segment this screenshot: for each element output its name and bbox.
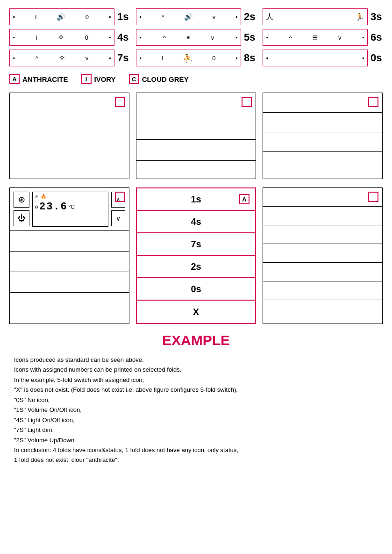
caret-up-5s: ^: [163, 34, 166, 41]
caret-up-2s: ^: [162, 14, 164, 21]
right-line-4: [263, 244, 382, 263]
icon-row-3s: 人 🏃 3s: [263, 8, 383, 25]
icon-grid: · I 🔊 0 · 1s · ^ 🔊 v · 2s 人 🏃 3s · I ✧: [9, 8, 383, 66]
list-label-x: X: [193, 307, 199, 317]
icon-box-8s: · I ⛹ 0 ·: [136, 50, 241, 66]
dot-right-4s: ·: [108, 33, 111, 42]
bottom-panels-row: ⊛ ⏻ ⚠ 🔥 ⚙ 23.6 °C ∧: [9, 187, 383, 324]
label-2s: 2s: [244, 11, 256, 23]
label-3s: 3s: [371, 11, 383, 23]
list-item-0s: 0s: [137, 278, 255, 301]
list-label-2s: 2s: [191, 261, 201, 272]
dot-left-6s: ·: [266, 33, 269, 42]
color-label-anthracite: A ANTHRACITE: [9, 74, 68, 84]
desc-line-1: Icons produced as standard can be seen a…: [14, 355, 378, 365]
thermostat-section: ⊛ ⏻ ⚠ 🔥 ⚙ 23.6 °C ∧: [10, 188, 129, 231]
desc-line-4: "X" is does not exist. (Fold does not ex…: [14, 385, 378, 395]
right-line-1: [263, 188, 382, 207]
dot-left-7s: ·: [13, 53, 15, 63]
label-4s: 4s: [117, 31, 129, 43]
desc-line-7: "4S" Light On/Off icon,: [14, 415, 378, 425]
flame-icon: 🔥: [41, 194, 46, 199]
ivory-text: IVORY: [94, 75, 116, 83]
list-label-1s: 1s: [191, 194, 201, 205]
panel-top-1-corner: [115, 97, 125, 107]
list-label-0s: 0s: [191, 284, 201, 295]
dot-right-5s: ·: [235, 33, 238, 42]
desc-line-5: "0S" No icon,: [14, 395, 378, 405]
list-badge-1s: A: [239, 194, 249, 204]
list-item-1s: 1s A: [137, 188, 255, 211]
icon-box-0s: · ·: [263, 50, 368, 66]
panel-thermostat: ⊛ ⏻ ⚠ 🔥 ⚙ 23.6 °C ∧: [9, 187, 129, 324]
right-line-6: [263, 281, 382, 300]
thermo-line4: [10, 293, 129, 313]
fan-button[interactable]: ⊛: [14, 192, 29, 208]
desc-line-11: 1 fold does not exist, clour "anthracite…: [14, 455, 378, 465]
thermo-buttons-left: ⊛ ⏻: [14, 192, 29, 227]
letter-i-4s: I: [36, 34, 37, 41]
zero-1s: 0: [86, 14, 89, 21]
thermo-temp-display: 23.6: [39, 201, 68, 213]
example-heading: EXAMPLE: [9, 332, 383, 348]
list-item-2s: 2s: [137, 256, 255, 278]
down-chevron-icon: ∨: [116, 215, 121, 222]
icon-box-4s: · I ✧ 0 ·: [9, 29, 114, 46]
dot-right-7s: ·: [108, 53, 111, 63]
cloudgrey-text: CLOUD GREY: [142, 75, 189, 83]
lines-icon-6s: ≡: [312, 32, 318, 43]
thermo-line3: [10, 272, 129, 293]
list-item-x: X: [137, 301, 255, 323]
caret-up-7s: ^: [36, 55, 38, 62]
anthracite-text: ANTHRACITE: [22, 75, 68, 83]
thermo-line1: [10, 231, 129, 252]
label-0s: 0s: [371, 52, 383, 64]
alert-icon: ⚠: [35, 194, 39, 199]
color-label-ivory: I IVORY: [81, 74, 116, 84]
degree-symbol: °C: [69, 204, 75, 210]
right-line-3: [263, 225, 382, 244]
desc-line-6: "1S" Volume On/Off icon,: [14, 405, 378, 415]
icon-row-7s: · ^ ✧ v · 7s: [9, 50, 129, 66]
caret-dn-7s: v: [86, 55, 89, 62]
ivory-letter-box: I: [81, 74, 92, 84]
caret-dn-5s: v: [211, 34, 214, 41]
list-item-7s: 7s: [137, 233, 255, 256]
dot-right-6s: ·: [362, 33, 364, 42]
panel-right-lines: [263, 187, 383, 324]
right-line-2: [263, 207, 382, 225]
square-icon-5s: ▪: [187, 33, 190, 43]
panel-thermostat-corner: [115, 192, 125, 202]
caret-up-6s: ^: [289, 34, 292, 41]
panel-top-3-line3: [263, 132, 382, 152]
description-block: Icons produced as standard can be seen a…: [9, 355, 383, 465]
zero-8s: 0: [212, 55, 215, 62]
icon-row-5s: · ^ ▪ v · 5s: [136, 29, 256, 46]
person-icon-3s: 人: [266, 12, 273, 22]
anthracite-letter-box: A: [9, 74, 20, 84]
panel-top-3: [263, 93, 383, 179]
icon-box-1s: · I 🔊 0 ·: [9, 8, 114, 25]
panel-top-2-corner: [242, 97, 252, 107]
icon-box-3s: 人 🏃: [263, 8, 368, 25]
power-button[interactable]: ⏻: [14, 210, 29, 226]
panel-top-1: [9, 93, 129, 179]
thermo-indicators: ⚠ 🔥: [35, 194, 46, 199]
icon-box-6s: · ^ ≡ v ·: [263, 29, 368, 46]
dot-left-1s: ·: [13, 12, 15, 22]
volume-icon-1s: 🔊: [57, 13, 65, 21]
panel-right-corner: [368, 192, 378, 202]
icon-row-6s: · ^ ≡ v · 6s: [263, 29, 383, 46]
panel-top-2: [136, 93, 256, 179]
icon-box-2s: · ^ 🔊 v ·: [136, 8, 241, 25]
panel-top-2-section2: [136, 140, 256, 161]
thermo-down-button[interactable]: ∨: [111, 210, 125, 226]
thermo-small-icon: ⚙: [35, 205, 38, 209]
desc-line-8: "7S" Light dim,: [14, 425, 378, 435]
panel-top-3-line2: [263, 113, 382, 132]
list-label-7s: 7s: [191, 239, 201, 250]
icon-row-2s: · ^ 🔊 v · 2s: [136, 8, 256, 25]
panel-top-2-section3: [136, 161, 256, 179]
person-icon-8s: ⛹: [183, 53, 192, 63]
color-labels-row: A ANTHRACITE I IVORY C CLOUD GREY: [9, 74, 383, 84]
